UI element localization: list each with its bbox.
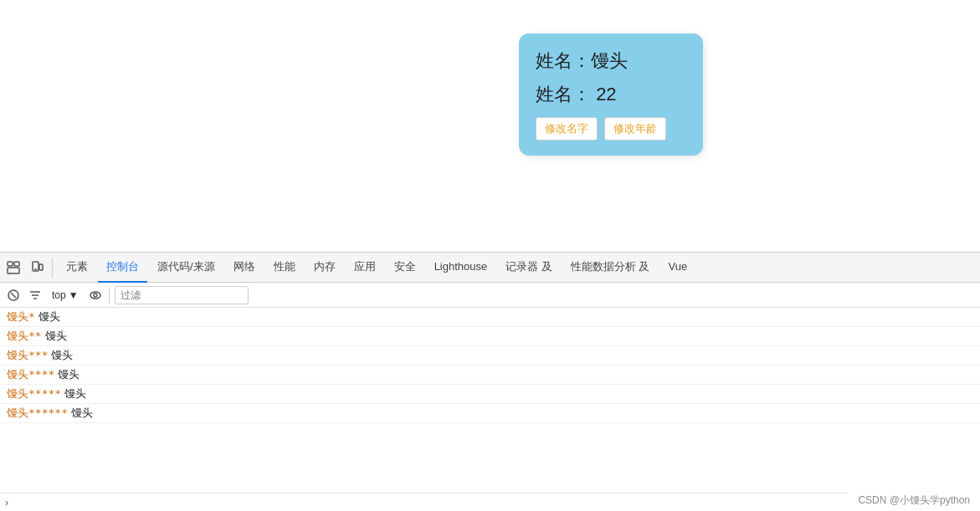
context-selector[interactable]: top ▼ [49, 288, 82, 303]
log-text-1: 馒头 [38, 309, 60, 324]
context-label: top [52, 289, 66, 301]
devtools-icon-group [3, 258, 53, 278]
footer: CSDN @小馒头学python [848, 490, 980, 511]
prompt-arrow-icon: › [5, 497, 8, 508]
card-buttons: 修改名字 修改年龄 [536, 117, 686, 141]
console-toolbar: top ▼ [0, 283, 980, 308]
info-card: 姓名：馒头 姓名： 22 修改名字 修改年龄 [519, 33, 703, 156]
context-arrow-icon: ▼ [69, 289, 79, 301]
tab-security[interactable]: 安全 [386, 253, 424, 283]
devtools-panel: 元素 控制台 源代码/来源 网络 性能 内存 应用 安全 Lighthouse … [0, 252, 980, 511]
svg-rect-0 [8, 262, 13, 266]
console-line-1: 馒头* 馒头 [0, 308, 980, 327]
log-prefix-3: 馒头*** [7, 348, 48, 363]
filter-icon[interactable] [27, 287, 44, 304]
console-line-4: 馒头**** 馒头 [0, 365, 980, 385]
tab-network[interactable]: 网络 [225, 253, 264, 283]
log-text-4: 馒头 [58, 367, 80, 382]
svg-rect-1 [8, 268, 19, 273]
change-name-button[interactable]: 修改名字 [536, 117, 598, 141]
main-content-area: 姓名：馒头 姓名： 22 修改名字 修改年龄 [0, 0, 980, 259]
log-prefix-6: 馒头****** [7, 406, 68, 421]
inspect-icon[interactable] [3, 258, 23, 278]
log-prefix-5: 馒头***** [7, 386, 61, 401]
age-label: 姓名： [536, 84, 591, 105]
svg-point-11 [90, 292, 100, 299]
log-text-5: 馒头 [64, 386, 86, 401]
name-label: 姓名： [536, 50, 591, 71]
log-prefix-1: 馒头* [7, 309, 35, 324]
svg-rect-2 [14, 262, 19, 266]
tab-source[interactable]: 源代码/来源 [149, 253, 223, 283]
footer-text: CSDN @小馒头学python [858, 494, 970, 506]
change-age-button[interactable]: 修改年龄 [604, 117, 666, 141]
toolbar-divider [109, 287, 110, 304]
log-prefix-2: 馒头** [7, 329, 42, 344]
device-icon[interactable] [27, 258, 47, 278]
console-line-5: 馒头***** 馒头 [0, 385, 980, 404]
age-row: 姓名： 22 [536, 82, 686, 107]
tab-performance[interactable]: 性能 [265, 253, 304, 283]
log-prefix-4: 馒头**** [7, 367, 54, 382]
console-line-2: 馒头** 馒头 [0, 327, 980, 346]
svg-rect-4 [39, 264, 43, 270]
tab-lighthouse[interactable]: Lighthouse [426, 253, 496, 283]
console-line-3: 馒头*** 馒头 [0, 346, 980, 365]
tab-recorder[interactable]: 记录器 及 [497, 253, 561, 283]
console-filter-input[interactable] [115, 286, 249, 304]
console-prompt: › [0, 493, 980, 511]
name-row: 姓名：馒头 [536, 49, 686, 74]
tab-vue[interactable]: Vue [660, 253, 696, 283]
log-text-3: 馒头 [51, 348, 73, 363]
tab-perfdata[interactable]: 性能数据分析 及 [562, 253, 659, 283]
tab-elements[interactable]: 元素 [58, 253, 96, 283]
console-line-6: 馒头****** 馒头 [0, 404, 980, 423]
age-value: 22 [596, 84, 616, 105]
eye-icon[interactable] [87, 287, 104, 304]
tab-memory[interactable]: 内存 [305, 253, 344, 283]
svg-point-12 [94, 294, 97, 297]
devtools-tab-bar: 元素 控制台 源代码/来源 网络 性能 内存 应用 安全 Lighthouse … [0, 253, 980, 283]
log-text-2: 馒头 [45, 329, 67, 344]
name-value: 馒头 [591, 50, 628, 71]
clear-console-icon[interactable] [5, 287, 22, 304]
tab-application[interactable]: 应用 [346, 253, 384, 283]
log-text-6: 馒头 [71, 406, 93, 421]
svg-line-7 [11, 293, 16, 298]
tab-console[interactable]: 控制台 [98, 253, 147, 283]
console-output: 馒头* 馒头 馒头** 馒头 馒头*** 馒头 馒头**** 馒头 馒头****… [0, 308, 980, 493]
